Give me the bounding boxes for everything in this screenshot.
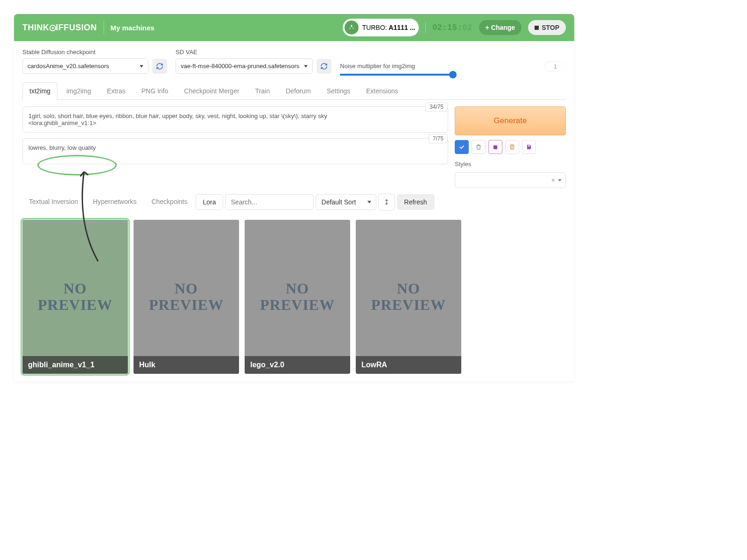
app-window: THINKIFFUSION My machines TURBO: A1111 .… <box>14 14 574 381</box>
sort-direction-button[interactable] <box>378 194 395 210</box>
settings-row: Stable Diffusion checkpoint cardosAnime_… <box>22 49 566 74</box>
positive-prompt-input[interactable]: 34/75 1girl, solo, short hair, blue eyes… <box>22 106 448 133</box>
main-content: Stable Diffusion checkpoint cardosAnime_… <box>14 41 574 381</box>
vae-label: SD VAE <box>176 49 331 56</box>
topbar: THINKIFFUSION My machines TURBO: A1111 .… <box>14 14 574 41</box>
refresh-checkpoint-icon[interactable] <box>152 59 167 74</box>
tab-img2img[interactable]: img2img <box>59 82 98 99</box>
check-icon[interactable] <box>455 140 469 154</box>
trash-icon[interactable] <box>472 140 486 154</box>
negative-token-count: 7/75 <box>429 134 448 143</box>
main-tabs: txt2imgimg2imgExtrasPNG InfoCheckpoint M… <box>22 82 566 100</box>
negative-prompt-input[interactable]: 7/75 lowres, blurry, low quality <box>22 138 448 164</box>
my-machines-link[interactable]: My machines <box>111 24 155 32</box>
noise-value-input[interactable]: 1 <box>545 61 566 72</box>
card-name: LowRA <box>356 356 461 374</box>
search-input[interactable] <box>225 194 314 210</box>
turbo-label: TURBO: A1111 ... <box>362 24 416 31</box>
noise-label: Noise multiplier for img2img <box>340 63 415 70</box>
subtab-textual-inversion[interactable]: Textual Inversion <box>22 194 85 210</box>
sort-dropdown[interactable]: Default Sort <box>316 194 376 210</box>
no-preview-text: NO PREVIEW <box>371 280 446 313</box>
vae-dropdown[interactable]: vae-ft-mse-840000-ema-pruned.safetensors <box>176 58 313 74</box>
no-preview-text: NO PREVIEW <box>149 280 224 313</box>
tab-extensions[interactable]: Extensions <box>359 82 405 99</box>
subtab-lora[interactable]: Lora <box>196 194 223 210</box>
generate-button[interactable]: Generate <box>455 106 566 135</box>
folder-icon[interactable] <box>488 140 502 154</box>
checkpoint-dropdown[interactable]: cardosAnime_v20.safetensors <box>22 58 148 74</box>
save-icon[interactable] <box>522 140 536 154</box>
lora-card[interactable]: NO PREVIEWHulk <box>134 220 239 374</box>
stop-icon <box>535 26 539 30</box>
refresh-vae-icon[interactable] <box>317 59 331 74</box>
checkpoint-label: Stable Diffusion checkpoint <box>22 49 167 56</box>
slider-thumb[interactable] <box>449 71 457 78</box>
tab-settings[interactable]: Settings <box>320 82 358 99</box>
logo: THINKIFFUSION <box>22 23 97 33</box>
no-preview-text: NO PREVIEW <box>260 280 335 313</box>
no-preview-text: NO PREVIEW <box>38 280 113 313</box>
rocket-icon <box>345 21 359 35</box>
clear-icon[interactable]: × <box>551 176 555 184</box>
refresh-button[interactable]: Refresh <box>397 194 435 210</box>
stop-button[interactable]: STOP <box>528 20 566 35</box>
chevron-down-icon <box>558 179 562 182</box>
tab-png-info[interactable]: PNG Info <box>134 82 176 99</box>
lora-card[interactable]: NO PREVIEWLowRA <box>356 220 461 374</box>
divider <box>104 21 104 34</box>
lora-card[interactable]: NO PREVIEWlego_v2.0 <box>245 220 350 374</box>
status-pill: TURBO: A1111 ... <box>343 19 419 36</box>
styles-dropdown[interactable]: × <box>455 172 566 188</box>
card-name: ghibli_anime_v1_1 <box>22 356 128 374</box>
tab-checkpoint-merger[interactable]: Checkpoint Merger <box>177 82 246 99</box>
tab-deforum[interactable]: Deforum <box>279 82 318 99</box>
plus-icon: + <box>486 24 489 31</box>
styles-label: Styles <box>455 161 566 168</box>
lora-cards: NO PREVIEWghibli_anime_v1_1NO PREVIEWHul… <box>22 220 566 374</box>
lora-card[interactable]: NO PREVIEWghibli_anime_v1_1 <box>22 220 128 374</box>
positive-token-count: 34/75 <box>425 102 448 112</box>
subtab-hypernetworks[interactable]: Hypernetworks <box>86 194 143 210</box>
logo-o-icon <box>49 25 56 31</box>
divider <box>425 22 426 33</box>
card-name: lego_v2.0 <box>245 356 350 374</box>
subtab-checkpoints[interactable]: Checkpoints <box>145 194 194 210</box>
tab-extras[interactable]: Extras <box>100 82 133 99</box>
session-timer: 02:15:02 <box>432 23 472 32</box>
clipboard-icon[interactable] <box>505 140 519 154</box>
tab-train[interactable]: Train <box>248 82 277 99</box>
logo-text-think: THINK <box>22 23 49 32</box>
svg-rect-0 <box>493 146 497 149</box>
logo-text-suffix: IFFUSION <box>56 23 97 32</box>
tab-txt2img[interactable]: txt2img <box>22 82 57 99</box>
extra-networks-tabs: Textual InversionHypernetworksCheckpoint… <box>22 194 566 210</box>
card-name: Hulk <box>134 356 239 374</box>
change-button[interactable]: + Change <box>479 20 522 35</box>
